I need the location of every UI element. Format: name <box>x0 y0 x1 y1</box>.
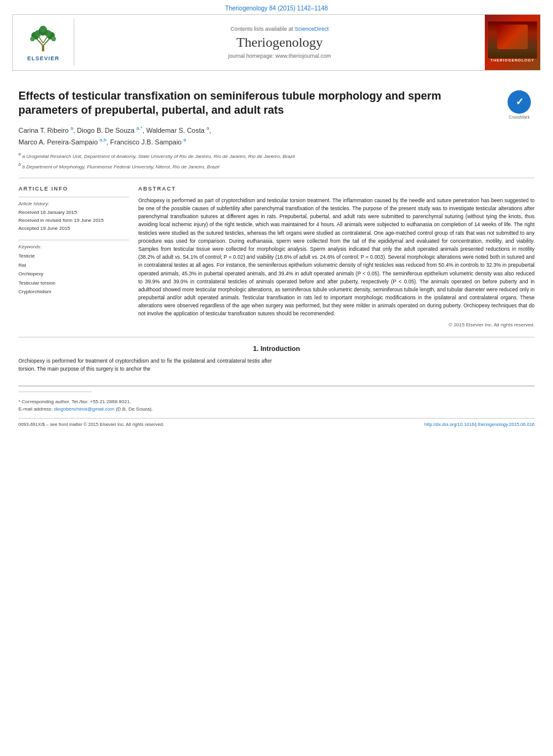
received-date: Received 16 January 2015 <box>18 209 129 217</box>
elsevier-wordmark: ELSEVIER <box>27 55 60 61</box>
keywords-label: Keywords: <box>18 244 129 250</box>
svg-point-12 <box>51 37 55 41</box>
keyword-4: Testicular torsion <box>18 279 129 288</box>
abstract-column: ABSTRACT Orchiopexy is performed as part… <box>138 186 535 328</box>
abstract-text: Orchiopexy is performed as part of crypt… <box>138 197 535 318</box>
copyright-text: © 2015 Elsevier Inc. All rights reserved… <box>138 322 535 328</box>
svg-point-10 <box>39 26 46 33</box>
history-label: Article history: <box>18 201 129 207</box>
doi-link[interactable]: http://dx.doi.org/10.1016/j.theriogenolo… <box>425 422 535 427</box>
author-francisco: Francisco J.B. Sampaio a <box>110 138 186 146</box>
intro-title: Introduction <box>261 345 300 352</box>
affiliation-a: a a Urogenital Research Unit, Department… <box>18 151 535 160</box>
elsevier-tree-icon <box>22 23 65 54</box>
introduction-section: 1. Introduction Orchiopexy is performed … <box>18 337 535 373</box>
email-link[interactable]: diogobenchinol@gmail.com <box>54 406 114 412</box>
intro-text-left: Orchiopexy is performed for treatment of… <box>18 357 272 373</box>
journal-cover-thumbnail: THERIOGENOLOGY <box>485 15 540 70</box>
footnotes-area: * Corresponding author. Tel./fax: +55 21… <box>18 392 535 413</box>
keywords-box: Keywords: Testicle Rat Orchiopexy Testic… <box>18 240 129 296</box>
article-info-heading: ARTICLE INFO <box>18 186 129 192</box>
authors-line: Carina T. Ribeiro a, Diogo B. De Souza a… <box>18 125 535 148</box>
corresponding-author-text: * Corresponding author. Tel./fax: +55 21… <box>18 399 131 404</box>
revised-date: Received in revised form 19 June 2015 <box>18 217 129 225</box>
issn-text: 0093-691X/$ – see front matter © 2015 El… <box>18 422 164 427</box>
article-title: Effects of testicular transfixation on s… <box>18 89 535 118</box>
info-abstract-columns: ARTICLE INFO Article history: Received 1… <box>18 186 535 328</box>
author-carina: Carina T. Ribeiro a, <box>18 127 77 134</box>
sciencedirect-line: Contents lists available at ScienceDirec… <box>80 26 479 32</box>
author-marco: Marco A. Pereira-Sampaio a,b, <box>18 138 110 146</box>
page-wrapper: Theriogenology 84 (2015) 1142–1148 <box>0 0 553 436</box>
journal-reference[interactable]: Theriogenology 84 (2015) 1142–1148 <box>0 0 553 14</box>
footer-section: * Corresponding author. Tel./fax: +55 21… <box>18 385 535 413</box>
svg-point-11 <box>30 37 34 41</box>
email-suffix-text: (D.B. De Souza). <box>116 406 152 412</box>
keyword-2: Rat <box>18 261 129 270</box>
contents-text: Contents lists available at <box>230 26 293 32</box>
intro-section-title: 1. Introduction <box>18 345 535 352</box>
article-content: Effects of testicular transfixation on s… <box>0 71 553 436</box>
journal-ref-text: Theriogenology 84 (2015) 1142–1148 <box>225 5 327 12</box>
accepted-date: Accepted 19 June 2015 <box>18 225 129 233</box>
intro-col-right <box>281 357 535 373</box>
author-diogo: Diogo B. De Souza a,*, <box>77 127 146 134</box>
journal-homepage: journal homepage: www.theriojournal.com <box>80 53 479 59</box>
intro-text-columns: Orchiopexy is performed for treatment of… <box>18 357 535 373</box>
keyword-1: Testicle <box>18 252 129 261</box>
keyword-3: Orchiopexy <box>18 270 129 278</box>
email-note: E-mail address: diogobenchinol@gmail.com… <box>18 406 535 413</box>
bottom-bar: 0093-691X/$ – see front matter © 2015 El… <box>18 418 535 427</box>
intro-number: 1. <box>253 345 261 352</box>
keywords-list: Testicle Rat Orchiopexy Testicular torsi… <box>18 252 129 296</box>
cover-title-text: THERIOGENOLOGY <box>490 58 534 63</box>
svg-rect-0 <box>42 45 44 51</box>
section-divider <box>18 178 535 178</box>
keyword-5: Cryptorchidism <box>18 288 129 296</box>
elsevier-logo-area: ELSEVIER <box>13 18 74 66</box>
elsevier-logo: ELSEVIER <box>22 23 65 61</box>
article-info-column: ARTICLE INFO Article history: Received 1… <box>18 186 129 328</box>
journal-header: ELSEVIER Contents lists available at Sci… <box>12 14 541 71</box>
intro-col-left: Orchiopexy is performed for treatment of… <box>18 357 272 373</box>
crossmark-badge[interactable]: ✓ CrossMark <box>504 89 535 120</box>
journal-main-title: Theriogenology <box>80 34 479 50</box>
homepage-label: journal homepage: www.theriojournal.com <box>228 53 331 59</box>
sciencedirect-link[interactable]: ScienceDirect <box>295 26 329 32</box>
journal-title-area: Contents lists available at ScienceDirec… <box>74 21 485 64</box>
abstract-heading: ABSTRACT <box>138 186 535 192</box>
email-label-text: E-mail address: <box>18 406 53 412</box>
corresponding-author-note: * Corresponding author. Tel./fax: +55 21… <box>18 398 535 406</box>
affiliation-b: b b Department of Morphology, Fluminense… <box>18 162 535 170</box>
author-waldemar: Waldemar S. Costa a, <box>146 127 211 134</box>
article-history-box: Article history: Received 16 January 201… <box>18 197 129 232</box>
